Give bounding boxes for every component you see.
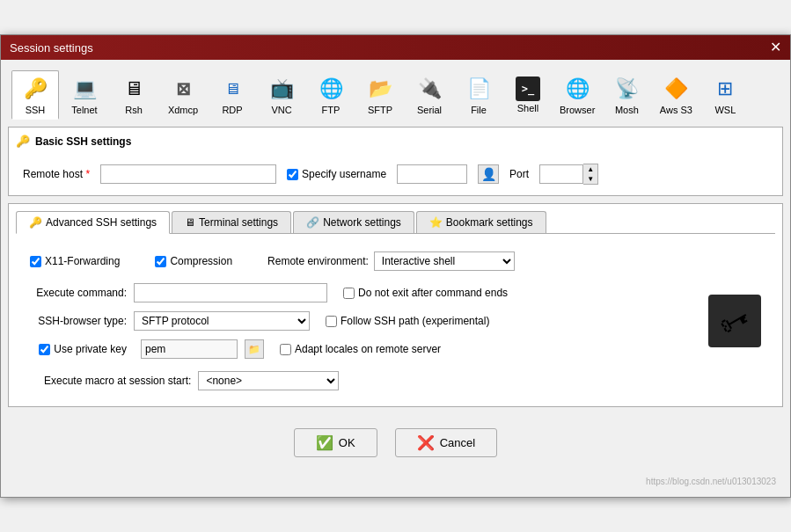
cancel-button[interactable]: ❌ Cancel <box>395 428 497 457</box>
basic-ssh-panel: 🔑 Basic SSH settings Remote host * Speci… <box>8 127 783 196</box>
sftp-icon: 📂 <box>366 75 394 103</box>
macro-label: Execute macro at session start: <box>44 375 191 387</box>
proto-label-rdp: RDP <box>222 105 242 115</box>
cancel-icon: ❌ <box>417 434 435 451</box>
remote-env-label: Remote environment: <box>267 255 369 267</box>
wsl-icon: ⊞ <box>711 75 739 103</box>
port-spin-down[interactable]: ▼ <box>583 174 597 184</box>
watermark: https://blog.csdn.net/u013013023 <box>8 475 783 490</box>
proto-tab-xdmcp[interactable]: ⊠ Xdmcp <box>159 70 207 120</box>
pem-input[interactable] <box>141 339 238 359</box>
do-not-exit-checkbox[interactable] <box>343 288 355 299</box>
session-settings-dialog: Session settings ✕ 🔑 SSH 💻 Telnet 🖥 Rsh … <box>0 34 791 498</box>
proto-tab-ssh[interactable]: 🔑 SSH <box>11 70 59 120</box>
browser-icon: 🌐 <box>563 75 591 103</box>
port-spin-buttons: ▲ ▼ <box>583 164 598 185</box>
specify-username-label: Specify username <box>302 168 386 180</box>
x11-forwarding-label[interactable]: X11-Forwarding <box>30 255 120 267</box>
close-button[interactable]: ✕ <box>770 40 781 55</box>
adapt-locales-checkbox[interactable] <box>280 344 291 355</box>
proto-tab-rdp[interactable]: 🖥 RDP <box>209 70 256 120</box>
port-spinbox: 22 ▲ ▼ <box>539 164 598 185</box>
proto-tab-rsh[interactable]: 🖥 Rsh <box>110 70 157 120</box>
basic-ssh-header-label: Basic SSH settings <box>35 135 131 148</box>
proto-label-awss3: Aws S3 <box>660 105 692 115</box>
tab-terminal-label: Terminal settings <box>199 216 278 229</box>
follow-ssh-path-checkbox[interactable] <box>326 316 337 327</box>
ssh-browser-select[interactable]: SFTP protocol SCP protocol None <box>134 311 310 331</box>
remote-env-select[interactable]: Interactive shell None Bash Zsh <box>374 251 515 271</box>
proto-label-ssh: SSH <box>26 105 46 115</box>
proto-tab-shell[interactable]: >_ Shell <box>504 70 552 120</box>
use-private-key-checkbox[interactable] <box>39 344 50 355</box>
ok-icon: ✅ <box>316 434 333 451</box>
remote-host-input[interactable] <box>100 164 276 184</box>
proto-label-vnc: VNC <box>271 105 291 115</box>
pem-browse-button[interactable]: 📁 <box>245 339 264 359</box>
proto-tab-mosh[interactable]: 📡 Mosh <box>603 70 650 120</box>
proto-label-shell: Shell <box>517 103 538 113</box>
ok-label: OK <box>339 436 355 449</box>
username-browse-button[interactable]: 👤 <box>478 164 499 184</box>
use-private-key-label[interactable]: Use private key <box>30 343 127 355</box>
proto-tab-awss3[interactable]: 🔶 Aws S3 <box>652 70 699 120</box>
tab-bookmark-label: Bookmark settings <box>446 216 533 229</box>
compression-text: Compression <box>170 255 232 267</box>
advanced-content: X11-Forwarding Compression Remote enviro… <box>16 243 775 399</box>
compression-label[interactable]: Compression <box>155 255 232 267</box>
proto-tab-ftp[interactable]: 🌐 FTP <box>307 70 355 120</box>
adapt-locales-label[interactable]: Adapt locales on remote server <box>280 343 441 355</box>
ssh-browser-row: SSH-browser type: SFTP protocol SCP prot… <box>30 311 699 331</box>
pem-browse-icon: 📁 <box>248 344 260 355</box>
serial-icon: 🔌 <box>415 75 443 103</box>
tab-advanced-ssh[interactable]: 🔑 Advanced SSH settings <box>16 211 170 234</box>
cancel-label: Cancel <box>440 436 475 449</box>
basic-ssh-row: Remote host * Specify username 👤 Port 22… <box>16 160 775 188</box>
proto-tab-serial[interactable]: 🔌 Serial <box>406 70 453 120</box>
execute-cmd-input[interactable] <box>134 283 327 302</box>
proto-label-ftp: FTP <box>322 105 341 115</box>
proto-tab-vnc[interactable]: 📺 VNC <box>258 70 305 120</box>
basic-ssh-header-icon: 🔑 <box>16 135 30 148</box>
proto-tab-browser[interactable]: 🌐 Browser <box>553 70 601 120</box>
tab-bookmark[interactable]: ⭐ Bookmark settings <box>416 211 546 233</box>
network-icon: 🔗 <box>306 216 319 229</box>
key-icon-box: 🗝 <box>708 295 761 347</box>
key-icon: 🗝 <box>714 299 757 344</box>
do-not-exit-label[interactable]: Do not exit after command ends <box>343 287 508 299</box>
rsh-icon: 🖥 <box>120 75 148 103</box>
port-spin-up[interactable]: ▲ <box>583 164 597 174</box>
ssh-browser-label: SSH-browser type: <box>30 315 127 327</box>
follow-ssh-path-label[interactable]: Follow SSH path (experimental) <box>326 315 489 327</box>
xdmcp-icon: ⊠ <box>169 75 197 103</box>
tab-network[interactable]: 🔗 Network settings <box>293 211 414 233</box>
specify-username-checkbox-label[interactable]: Specify username <box>287 168 386 180</box>
dialog-buttons: ✅ OK ❌ Cancel <box>8 414 783 468</box>
pem-row: 📁 <box>141 339 264 359</box>
dialog-title: Session settings <box>10 41 93 55</box>
do-not-exit-text: Do not exit after command ends <box>358 287 508 299</box>
username-input[interactable] <box>397 164 467 184</box>
awss3-icon: 🔶 <box>662 75 690 103</box>
proto-label-telnet: Telnet <box>71 105 97 115</box>
proto-tab-telnet[interactable]: 💻 Telnet <box>61 70 108 120</box>
vnc-icon: 📺 <box>267 75 296 103</box>
port-label: Port <box>509 168 529 180</box>
tab-network-label: Network settings <box>323 216 401 229</box>
port-input[interactable]: 22 <box>539 164 583 184</box>
tab-terminal[interactable]: 🖥 Terminal settings <box>172 211 291 233</box>
advanced-ssh-panel: 🔑 Advanced SSH settings 🖥 Terminal setti… <box>8 203 783 407</box>
ok-button[interactable]: ✅ OK <box>294 428 377 457</box>
proto-label-rsh: Rsh <box>125 105 143 115</box>
macro-select[interactable]: <none> <box>198 371 339 390</box>
compression-checkbox[interactable] <box>155 256 166 267</box>
specify-username-checkbox[interactable] <box>287 169 298 180</box>
x11-forwarding-checkbox[interactable] <box>30 256 41 267</box>
proto-tab-wsl[interactable]: ⊞ WSL <box>701 70 749 120</box>
use-private-key-text: Use private key <box>54 343 127 355</box>
proto-label-sftp: SFTP <box>368 105 392 115</box>
title-bar: Session settings ✕ <box>1 35 790 60</box>
advanced-tabs: 🔑 Advanced SSH settings 🖥 Terminal setti… <box>16 211 775 234</box>
proto-tab-file[interactable]: 📄 File <box>455 70 502 120</box>
proto-tab-sftp[interactable]: 📂 SFTP <box>356 70 404 120</box>
